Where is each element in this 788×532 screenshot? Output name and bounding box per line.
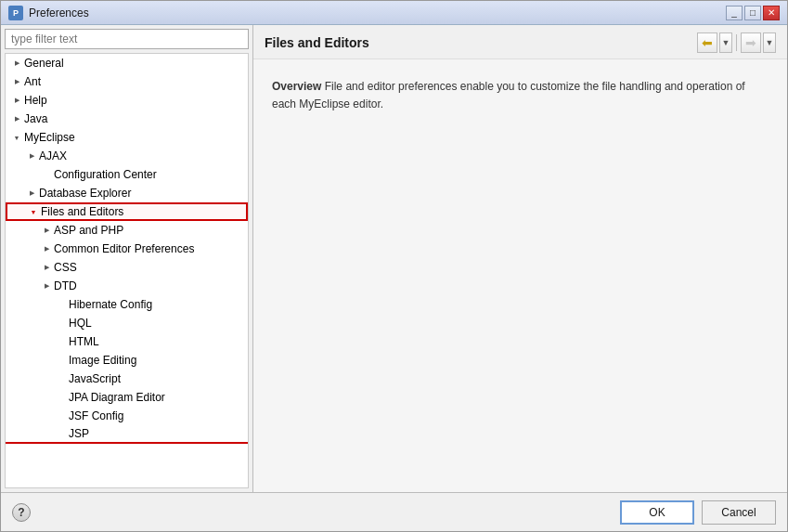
tree-item-javascript[interactable]: JavaScript bbox=[6, 370, 248, 388]
tree-label-hql: HQL bbox=[69, 314, 92, 332]
tree-arrow-css[interactable] bbox=[39, 260, 54, 275]
tree-label-general: General bbox=[24, 54, 64, 72]
window-controls: _ □ ✕ bbox=[726, 6, 780, 20]
tree-label-db-explorer: Database Explorer bbox=[39, 184, 131, 202]
tree-label-javascript: JavaScript bbox=[69, 370, 121, 388]
close-button[interactable]: ✕ bbox=[763, 6, 780, 20]
tree-arrow-db-explorer[interactable] bbox=[24, 186, 39, 201]
tree-arrow-files-editors[interactable] bbox=[26, 204, 41, 219]
help-button[interactable]: ? bbox=[12, 503, 31, 522]
tree-item-jsf-config[interactable]: JSF Config bbox=[6, 407, 248, 425]
tree-item-db-explorer[interactable]: Database Explorer bbox=[6, 184, 248, 202]
tree-arrow-ant[interactable] bbox=[9, 74, 24, 89]
back-button[interactable]: ⬅ bbox=[697, 32, 717, 53]
tree-item-jpa[interactable]: JPA Diagram Editor bbox=[6, 388, 248, 407]
tree-label-css: CSS bbox=[54, 258, 77, 277]
tree-label-files-editors: Files and Editors bbox=[41, 202, 123, 221]
bottom-buttons: OK Cancel bbox=[620, 500, 776, 525]
tree-arrow-javascript[interactable] bbox=[54, 371, 69, 386]
tree-arrow-jsf-config[interactable] bbox=[54, 409, 69, 423]
tree-label-dtd: DTD bbox=[54, 277, 77, 295]
toolbar-separator bbox=[736, 34, 737, 51]
bottom-bar: ? OK Cancel bbox=[1, 492, 787, 531]
tree-label-asp-php: ASP and PHP bbox=[54, 221, 123, 240]
tree-item-files-editors[interactable]: Files and Editors bbox=[6, 202, 248, 221]
tree-item-image[interactable]: Image Editing bbox=[6, 351, 248, 370]
maximize-button[interactable]: □ bbox=[744, 6, 761, 20]
tree-label-ajax: AJAX bbox=[39, 147, 67, 165]
tree-arrow-jpa[interactable] bbox=[54, 390, 69, 405]
tree-arrow-help[interactable] bbox=[9, 93, 24, 108]
tree-arrow-hibernate[interactable] bbox=[54, 297, 69, 312]
tree-label-ant: Ant bbox=[24, 72, 41, 91]
tree-item-ajax[interactable]: AJAX bbox=[6, 147, 248, 165]
tree-arrow-common-editor[interactable] bbox=[39, 241, 54, 256]
left-panel: GeneralAntHelpJavaMyEclipseAJAXConfigura… bbox=[1, 25, 253, 492]
tree-item-java[interactable]: Java bbox=[6, 110, 248, 128]
forward-dropdown-button[interactable]: ▼ bbox=[763, 32, 776, 53]
tree-arrow-asp-php[interactable] bbox=[39, 223, 54, 238]
right-header: Files and Editors ⬅ ▼ ➡ ▼ bbox=[253, 25, 787, 59]
tree-arrow-jsp[interactable] bbox=[54, 426, 69, 441]
tree-arrow-config-center[interactable] bbox=[39, 167, 54, 182]
tree-arrow-myeclipse[interactable] bbox=[9, 130, 24, 145]
overview-bold: Overview bbox=[272, 80, 321, 93]
right-panel: Files and Editors ⬅ ▼ ➡ ▼ bbox=[253, 25, 787, 492]
tree-arrow-general[interactable] bbox=[9, 56, 24, 71]
tree-container[interactable]: GeneralAntHelpJavaMyEclipseAJAXConfigura… bbox=[5, 53, 249, 488]
tree-item-hibernate[interactable]: Hibernate Config bbox=[6, 295, 248, 314]
tree-item-asp-php[interactable]: ASP and PHP bbox=[6, 221, 248, 240]
minimize-button[interactable]: _ bbox=[726, 6, 743, 20]
tree-label-hibernate: Hibernate Config bbox=[69, 295, 152, 314]
tree-item-dtd[interactable]: DTD bbox=[6, 277, 248, 295]
right-body: Overview File and editor preferences ena… bbox=[253, 59, 787, 492]
tree-label-java: Java bbox=[24, 110, 47, 128]
tree-arrow-hql[interactable] bbox=[54, 316, 69, 331]
tree-label-jsf-config: JSF Config bbox=[69, 407, 123, 425]
ok-button[interactable]: OK bbox=[620, 500, 694, 525]
tree-item-myeclipse[interactable]: MyEclipse bbox=[6, 128, 248, 147]
forward-button[interactable]: ➡ bbox=[741, 32, 761, 53]
tree-arrow-ajax[interactable] bbox=[24, 149, 39, 163]
tree-arrow-html[interactable] bbox=[54, 334, 69, 349]
tree-label-help: Help bbox=[24, 91, 47, 110]
tree-item-jsp[interactable]: JSP bbox=[6, 425, 248, 444]
overview-body: File and editor preferences enable you t… bbox=[272, 80, 745, 110]
right-toolbar: ⬅ ▼ ➡ ▼ bbox=[697, 32, 776, 53]
back-dropdown-button[interactable]: ▼ bbox=[719, 32, 732, 53]
filter-input[interactable] bbox=[5, 29, 249, 49]
tree-arrow-image[interactable] bbox=[54, 353, 69, 368]
tree-arrow-java[interactable] bbox=[9, 111, 24, 126]
tree-label-config-center: Configuration Center bbox=[54, 165, 157, 184]
cancel-button[interactable]: Cancel bbox=[702, 500, 776, 525]
tree-item-general[interactable]: General bbox=[6, 54, 248, 72]
tree-label-jsp: JSP bbox=[69, 424, 89, 443]
tree-item-hql[interactable]: HQL bbox=[6, 314, 248, 332]
window-icon: P bbox=[8, 6, 23, 20]
tree-item-help[interactable]: Help bbox=[6, 91, 248, 110]
main-content: GeneralAntHelpJavaMyEclipseAJAXConfigura… bbox=[1, 25, 787, 492]
tree-label-jpa: JPA Diagram Editor bbox=[69, 388, 165, 407]
tree-arrow-dtd[interactable] bbox=[39, 279, 54, 293]
tree-item-config-center[interactable]: Configuration Center bbox=[6, 165, 248, 184]
title-bar: P Preferences _ □ ✕ bbox=[1, 1, 787, 25]
tree-label-html: HTML bbox=[69, 332, 99, 351]
overview-text: Overview File and editor preferences ena… bbox=[272, 78, 769, 113]
tree-label-myeclipse: MyEclipse bbox=[24, 128, 75, 147]
tree-item-common-editor[interactable]: Common Editor Preferences bbox=[6, 240, 248, 258]
tree-label-image: Image Editing bbox=[69, 351, 136, 370]
tree-item-css[interactable]: CSS bbox=[6, 258, 248, 277]
preferences-window: P Preferences _ □ ✕ GeneralAntHelpJavaMy… bbox=[0, 0, 788, 532]
window-title: Preferences bbox=[29, 6, 726, 19]
right-panel-title: Files and Editors bbox=[265, 35, 369, 50]
tree-label-common-editor: Common Editor Preferences bbox=[54, 240, 194, 258]
tree-item-html[interactable]: HTML bbox=[6, 332, 248, 351]
tree-item-ant[interactable]: Ant bbox=[6, 72, 248, 91]
